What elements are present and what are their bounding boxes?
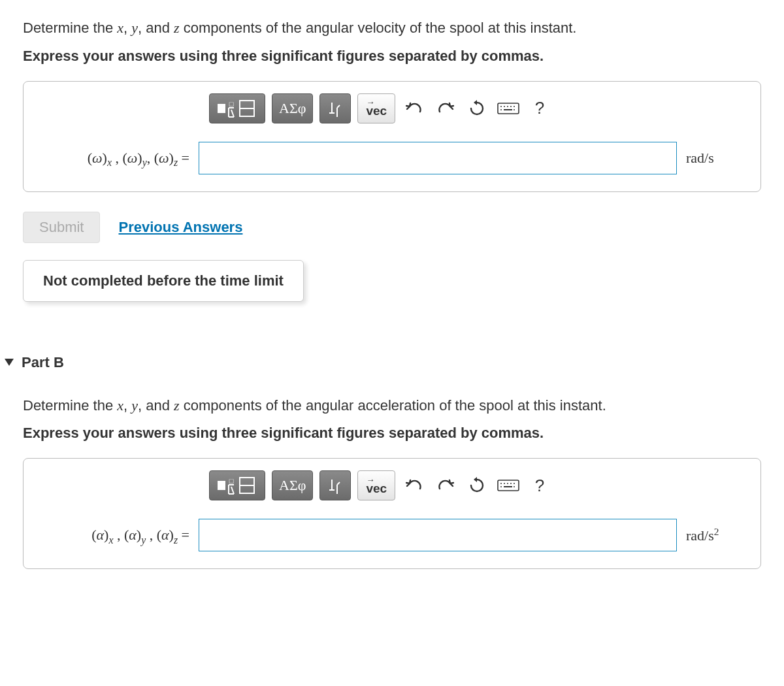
svg-point-23	[500, 486, 502, 487]
svg-text:□: □	[229, 477, 234, 485]
redo-button[interactable]	[433, 93, 458, 123]
text: ,	[123, 20, 131, 36]
var-y: y	[131, 20, 138, 36]
caret-down-icon	[5, 359, 14, 366]
partB-prompt: Determine the x, y, and z components of …	[23, 396, 761, 416]
svg-point-21	[510, 483, 512, 484]
vec-button[interactable]: →vec	[357, 93, 395, 123]
submit-button[interactable]: Submit	[23, 212, 100, 243]
equation-toolbar-b: □ ΑΣφ →vec	[39, 470, 745, 500]
partA-answer-input[interactable]	[199, 142, 677, 174]
text: Determine the	[23, 397, 117, 414]
svg-rect-12	[504, 109, 512, 110]
partA-answer-box: □ ΑΣφ →vec	[23, 81, 761, 192]
partB-instruction: Express your answers using three signifi…	[23, 423, 761, 444]
svg-rect-13	[218, 481, 225, 490]
partA-prompt: Determine the x, y, and z components of …	[23, 18, 761, 39]
partB-input-row: (α)x , (α)y , (α)z = rad/s2	[39, 519, 745, 551]
var-z: z	[174, 397, 180, 414]
partA-unit: rad/s	[686, 150, 745, 167]
svg-point-10	[500, 109, 502, 110]
svg-text:□: □	[229, 100, 234, 108]
greek-letters-button[interactable]: ΑΣφ	[272, 93, 313, 123]
vec-label-text: vec	[366, 104, 387, 118]
svg-rect-17	[498, 480, 519, 491]
partB-answer-box: □ ΑΣφ →vec	[23, 458, 761, 569]
svg-rect-4	[498, 103, 519, 114]
partB-answer-input[interactable]	[199, 519, 677, 551]
reset-button[interactable]	[465, 470, 489, 500]
help-button[interactable]: ?	[527, 93, 552, 123]
svg-rect-0	[218, 104, 225, 113]
partB-unit: rad/s2	[686, 526, 745, 544]
keyboard-button[interactable]	[496, 93, 521, 123]
svg-point-9	[514, 106, 515, 107]
vec-button[interactable]: →vec	[357, 470, 395, 500]
previous-answers-link[interactable]: Previous Answers	[118, 219, 242, 236]
reset-button[interactable]	[465, 93, 489, 123]
svg-rect-25	[504, 486, 512, 487]
text: components of the angular acceleration o…	[180, 397, 606, 414]
partB-header[interactable]: Part B	[5, 354, 761, 371]
text: ,	[123, 397, 131, 414]
status-message: Not completed before the time limit	[23, 260, 304, 302]
vec-label-text: vec	[366, 482, 387, 495]
text: , and	[138, 20, 174, 36]
svg-point-24	[514, 486, 515, 487]
subscript-button[interactable]	[319, 470, 351, 500]
svg-point-22	[514, 483, 515, 484]
svg-point-5	[500, 106, 502, 107]
svg-point-8	[510, 106, 512, 107]
svg-point-6	[504, 106, 505, 107]
var-y: y	[131, 397, 138, 414]
var-z: z	[174, 20, 180, 36]
subscript-button[interactable]	[319, 93, 351, 123]
text: , and	[138, 397, 174, 414]
greek-label: ΑΣφ	[279, 100, 306, 117]
partA-var-label: (ω)x , (ω)y, (ω)z =	[39, 150, 189, 167]
svg-point-7	[507, 106, 508, 107]
partA-input-row: (ω)x , (ω)y, (ω)z = rad/s	[39, 142, 745, 174]
greek-label: ΑΣφ	[279, 477, 306, 494]
templates-button[interactable]: □	[209, 93, 265, 123]
svg-point-18	[500, 483, 502, 484]
text: components of the angular velocity of th…	[180, 20, 577, 36]
partA-instruction: Express your answers using three signifi…	[23, 46, 761, 67]
greek-letters-button[interactable]: ΑΣφ	[272, 470, 313, 500]
partB-var-label: (α)x , (α)y , (α)z =	[39, 527, 189, 544]
partB-title: Part B	[22, 354, 64, 371]
help-button[interactable]: ?	[527, 470, 552, 500]
keyboard-button[interactable]	[496, 470, 521, 500]
help-label: ?	[535, 476, 544, 496]
help-label: ?	[535, 98, 544, 118]
redo-button[interactable]	[433, 470, 458, 500]
undo-button[interactable]	[402, 93, 427, 123]
svg-point-11	[514, 109, 515, 110]
text: Determine the	[23, 20, 117, 36]
var-x: x	[117, 397, 123, 414]
svg-point-19	[504, 483, 505, 484]
partA-actions: Submit Previous Answers	[23, 212, 761, 243]
var-x: x	[117, 20, 123, 36]
equation-toolbar: □ ΑΣφ →vec	[39, 93, 745, 123]
undo-button[interactable]	[402, 470, 427, 500]
templates-button[interactable]: □	[209, 470, 265, 500]
svg-point-20	[507, 483, 508, 484]
